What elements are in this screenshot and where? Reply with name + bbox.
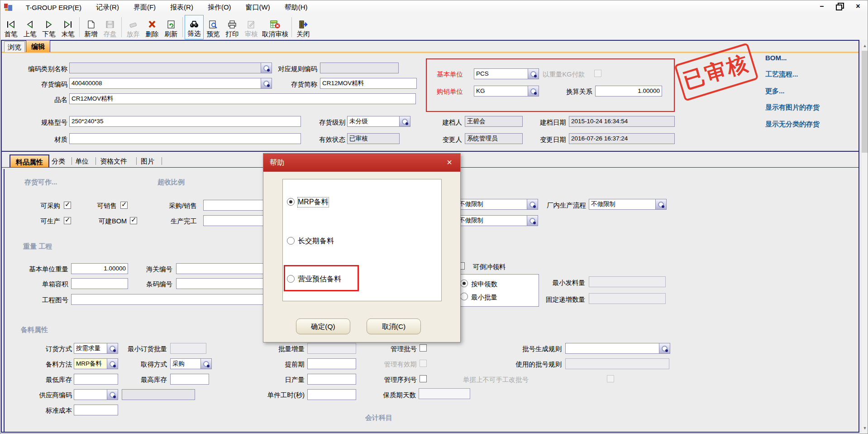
discard-button[interactable]: 放弃 [124, 15, 143, 39]
stock-short-field[interactable]: CR12MOV精料 [320, 78, 417, 89]
spec-field[interactable]: 250*240*35 [69, 116, 301, 127]
prep-method-lookup-button[interactable] [107, 358, 118, 369]
option-long-lead-radio[interactable] [287, 237, 295, 245]
purchasable-checkbox[interactable] [64, 202, 71, 209]
batch-rule-lookup-button[interactable] [659, 343, 670, 354]
tab-browse[interactable]: 浏览 [4, 41, 25, 52]
base-unit-lookup-button[interactable] [528, 68, 539, 79]
restore-button[interactable] [834, 1, 846, 11]
base-unit-field[interactable]: PCS [474, 68, 528, 79]
material-field[interactable] [69, 133, 301, 144]
dialog-close-icon[interactable]: × [443, 154, 456, 172]
close-button[interactable]: 关闭 [294, 15, 313, 39]
customs-code-field[interactable] [176, 263, 272, 274]
manage-batch-checkbox[interactable] [420, 344, 427, 352]
product-name-field[interactable]: CR12MOV精料 [69, 93, 416, 104]
next-record-button[interactable]: 下笔 [39, 15, 58, 39]
delete-button[interactable]: 删除 [143, 15, 162, 39]
max-stock-field[interactable] [170, 374, 209, 385]
order-mode-lookup-button[interactable] [107, 343, 118, 354]
option-mrp-radio[interactable] [287, 198, 295, 206]
link-bom[interactable]: BOM... [765, 54, 860, 62]
factory-flow-field[interactable]: 不做限制 [589, 199, 656, 210]
menu-operation[interactable]: 操作(O) [200, 3, 238, 12]
scroll-down-icon[interactable]: ▼ [861, 424, 868, 432]
pay-by-kg-checkbox[interactable] [594, 70, 601, 77]
scrollbar-thumb[interactable] [862, 51, 868, 153]
link-show-unclassified[interactable]: 显示无分类的存货 [765, 120, 860, 129]
trade-unit-field[interactable]: KG [474, 86, 528, 96]
manage-validity-checkbox[interactable] [420, 360, 427, 367]
no-manual-batch-checkbox[interactable] [607, 375, 614, 382]
producible-checkbox[interactable] [64, 217, 71, 224]
option-mrp-label[interactable]: MRP备料 [298, 198, 329, 207]
link-more[interactable]: 更多... [765, 87, 860, 96]
stock-code-lookup-button[interactable] [261, 78, 272, 89]
menu-window[interactable]: 窗口(W) [238, 3, 277, 12]
first-record-button[interactable]: 首笔 [1, 15, 20, 39]
acquire-lookup-button[interactable] [201, 358, 212, 369]
scroll-up-icon[interactable]: ▲ [861, 42, 868, 50]
tab-edit[interactable]: 编辑 [26, 40, 50, 52]
trade-unit-lookup-button[interactable] [528, 86, 539, 96]
new-button[interactable]: 新增 [81, 15, 100, 39]
std-cost-field[interactable] [74, 405, 118, 415]
acquire-mode-field[interactable]: 采购 [170, 358, 201, 369]
subtab-qualification[interactable]: 资格文件 [100, 157, 127, 166]
bom-allowed-checkbox[interactable] [130, 217, 137, 224]
barcode-field[interactable] [176, 278, 272, 289]
limit-field-1[interactable]: 不做限制 [457, 199, 527, 210]
cancel-audit-button[interactable]: 取消审核 [261, 15, 290, 39]
dialog-cancel-button[interactable]: 取消(C) [367, 318, 421, 334]
limit-lookup-button-2[interactable] [527, 215, 538, 226]
menu-tgroup-erp[interactable]: T-GROUP ERP(E) [19, 4, 89, 11]
preview-button[interactable]: 预览 [204, 15, 223, 39]
menu-record[interactable]: 记录(R) [89, 3, 126, 12]
prep-method-field[interactable]: MRP备料 [74, 358, 107, 369]
dialog-ok-button[interactable]: 确定(Q) [296, 318, 350, 334]
order-mode-field[interactable]: 按需求量 [74, 343, 107, 354]
supplier-code-field[interactable] [74, 389, 107, 400]
option-forecast-label[interactable]: 营业预估备料 [298, 275, 341, 284]
drawing-no-field[interactable] [71, 294, 272, 305]
unit-time-field[interactable] [307, 389, 356, 400]
print-button[interactable]: 打印 [223, 15, 242, 39]
limit-field-2[interactable]: 不做限制 [457, 215, 527, 226]
link-show-with-image[interactable]: 显示有图片的存货 [765, 103, 860, 112]
daily-output-field[interactable] [307, 374, 356, 385]
stock-level-field[interactable]: 未分级 [347, 116, 400, 127]
audit-button[interactable]: 审核 [242, 15, 261, 39]
save-button[interactable]: 存盘 [100, 15, 119, 39]
min-stock-field[interactable] [74, 374, 118, 385]
minimize-button[interactable]: – [816, 1, 828, 11]
close-window-button[interactable]: × [852, 1, 864, 11]
supplier-lookup-button[interactable] [107, 389, 118, 400]
used-batch-rule-field[interactable] [565, 358, 669, 369]
issue-min-batch-radio[interactable] [460, 293, 468, 300]
factory-flow-lookup-button[interactable] [656, 199, 667, 210]
subtab-item-attributes[interactable]: 料品属性 [10, 154, 49, 168]
prev-record-button[interactable]: 上笔 [20, 15, 39, 39]
lead-time-field[interactable] [307, 358, 356, 369]
limit-lookup-button-1[interactable] [527, 199, 538, 210]
stock-code-field[interactable]: 400400008 [69, 78, 261, 89]
menu-interface[interactable]: 界面(F) [126, 3, 163, 12]
min-issue-field[interactable] [589, 276, 666, 287]
conversion-field[interactable]: 1.00000 [595, 86, 662, 96]
min-order-field[interactable] [170, 343, 206, 354]
unit-weight-field[interactable]: 1.00000 [71, 263, 128, 274]
category-name-field[interactable] [69, 63, 261, 73]
menu-report[interactable]: 报表(R) [163, 3, 200, 12]
manage-serial-checkbox[interactable] [420, 375, 427, 382]
subtab-classification[interactable]: 分类 [52, 157, 65, 166]
category-lookup-button[interactable] [261, 63, 272, 73]
issue-by-request-radio[interactable] [460, 280, 468, 287]
box-volume-field[interactable] [71, 278, 128, 289]
fixed-increment-field[interactable] [589, 293, 666, 304]
refresh-button[interactable]: 刷新 [162, 15, 181, 39]
shelf-life-field[interactable] [419, 388, 470, 399]
last-record-button[interactable]: 末笔 [58, 15, 77, 39]
vertical-scrollbar[interactable]: ▲ ▼ [861, 42, 868, 432]
stock-level-lookup-button[interactable] [400, 116, 410, 127]
option-long-lead-label[interactable]: 长交期备料 [298, 236, 334, 246]
